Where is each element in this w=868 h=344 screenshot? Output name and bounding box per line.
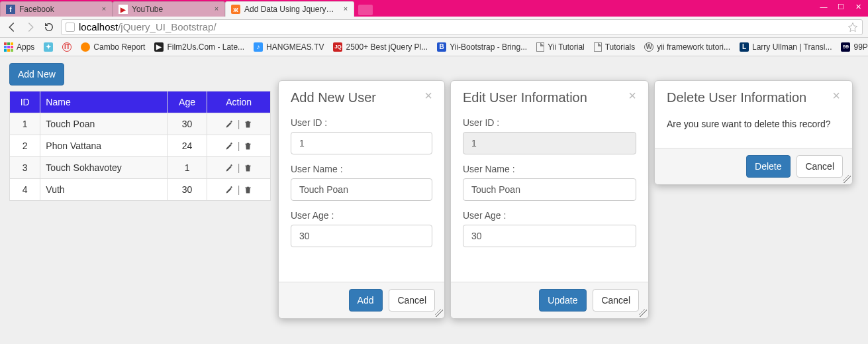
- apps-icon: [4, 42, 13, 52]
- resize-handle[interactable]: [435, 309, 443, 317]
- resize-handle[interactable]: [843, 175, 851, 183]
- cell-name: Touch Sokhavotey: [40, 157, 167, 179]
- bookmark-item[interactable]: BYii-Bootstrap - Bring...: [437, 42, 527, 52]
- cell-actions: |: [207, 179, 271, 201]
- action-separator: |: [238, 141, 240, 151]
- cell-age: 30: [167, 113, 207, 135]
- bookmark-label: Tutorials: [605, 42, 636, 52]
- add-button[interactable]: Add: [349, 289, 383, 312]
- delete-button[interactable]: Delete: [746, 155, 790, 178]
- browser-tab[interactable]: ▶ YouTube ×: [113, 1, 225, 17]
- cell-age: 1: [167, 157, 207, 179]
- bookmark-item[interactable]: Yii Tutorial: [536, 42, 585, 52]
- document-icon: [594, 42, 602, 52]
- site-icon: ✦: [44, 42, 53, 52]
- browser-tab-active[interactable]: ж Add Data Using Jquery UI ×: [225, 1, 354, 17]
- cell-id: 2: [10, 135, 40, 157]
- close-window-button[interactable]: ✕: [851, 1, 865, 12]
- user-age-input[interactable]: [463, 225, 636, 247]
- user-age-input[interactable]: [291, 225, 432, 247]
- col-age: Age: [167, 91, 207, 113]
- site-icon: [81, 42, 90, 52]
- delete-icon[interactable]: [244, 164, 252, 172]
- delete-confirm-text: Are you sure want to delete this record?: [667, 119, 840, 129]
- cell-id: 3: [10, 157, 40, 179]
- bookmark-label: Yii-Bootstrap - Bring...: [450, 42, 527, 52]
- bookmark-label: HANGMEAS.TV: [266, 42, 324, 52]
- site-icon: JQ: [333, 42, 342, 52]
- close-icon[interactable]: ×: [100, 5, 108, 13]
- delete-user-dialog: Delete User Information × Are you sure w…: [654, 80, 853, 185]
- bookmark-item[interactable]: LLarry Ullman | Transl...: [740, 42, 832, 52]
- apps-shortcut[interactable]: Apps: [4, 42, 34, 52]
- close-icon[interactable]: ×: [213, 5, 220, 13]
- action-separator: |: [238, 119, 240, 129]
- add-new-button[interactable]: Add New: [9, 63, 64, 86]
- bookmark-item[interactable]: 9999Po: [841, 42, 868, 52]
- action-separator: |: [238, 184, 240, 195]
- wordpress-icon: W: [644, 42, 653, 52]
- cancel-button[interactable]: Cancel: [389, 289, 435, 312]
- user-id-input[interactable]: [291, 132, 432, 154]
- address-bar[interactable]: localhost/jQuery_UI_Bootstrap/: [61, 19, 863, 35]
- browser-tab[interactable]: f Facebook ×: [0, 1, 113, 17]
- url-text: localhost/jQuery_UI_Bootstrap/: [79, 21, 217, 32]
- bookmark-item[interactable]: ▶Film2Us.Com - Late...: [154, 42, 244, 52]
- user-id-input[interactable]: [463, 132, 636, 154]
- minimize-button[interactable]: —: [816, 1, 831, 12]
- facebook-icon: f: [6, 5, 15, 14]
- maximize-button[interactable]: ☐: [834, 1, 848, 12]
- delete-icon[interactable]: [244, 186, 252, 194]
- site-icon: IT: [62, 42, 72, 52]
- bookmark-item[interactable]: IT: [62, 42, 72, 52]
- delete-icon[interactable]: [244, 120, 252, 129]
- close-icon[interactable]: ×: [342, 5, 350, 13]
- close-icon[interactable]: ×: [628, 90, 636, 101]
- bookmark-item[interactable]: Tutorials: [594, 42, 636, 52]
- bookmark-label: Apps: [17, 42, 34, 52]
- close-icon[interactable]: ×: [424, 90, 432, 101]
- update-button[interactable]: Update: [539, 289, 586, 312]
- bookmark-item[interactable]: Cambo Report: [81, 42, 145, 52]
- page-icon: [66, 23, 75, 32]
- bookmark-label: Yii Tutorial: [548, 42, 585, 52]
- users-table: ID Name Age Action 1Touch Poan30|2Phon V…: [9, 91, 271, 201]
- bookmark-item[interactable]: JQ2500+ Best jQuery Pl...: [333, 42, 428, 52]
- cell-id: 1: [10, 113, 40, 135]
- back-button[interactable]: [5, 21, 19, 34]
- bookmark-star-icon[interactable]: [847, 22, 858, 32]
- edit-icon[interactable]: [225, 142, 234, 150]
- bookmark-item[interactable]: ♪HANGMEAS.TV: [254, 42, 324, 52]
- col-name: Name: [40, 91, 167, 113]
- new-tab-button[interactable]: [358, 5, 373, 15]
- bookmark-item[interactable]: Wyii framework tutori...: [644, 42, 730, 52]
- label-user-name: User Name :: [291, 164, 432, 174]
- bookmark-item[interactable]: ✦: [44, 42, 53, 52]
- label-user-age: User Age :: [463, 210, 636, 221]
- edit-icon[interactable]: [225, 186, 234, 194]
- cell-age: 24: [167, 135, 207, 157]
- delete-icon[interactable]: [244, 142, 252, 150]
- bookmark-label: yii framework tutori...: [657, 42, 730, 52]
- resize-handle[interactable]: [639, 309, 647, 317]
- forward-button[interactable]: [24, 21, 37, 34]
- reload-button[interactable]: [42, 21, 56, 34]
- col-action: Action: [207, 91, 271, 113]
- user-name-input[interactable]: [463, 178, 636, 201]
- edit-icon[interactable]: [225, 120, 234, 129]
- cancel-button[interactable]: Cancel: [593, 289, 639, 312]
- user-name-input[interactable]: [291, 178, 432, 201]
- bookmark-label: 2500+ Best jQuery Pl...: [346, 42, 428, 52]
- label-user-age: User Age :: [291, 210, 432, 221]
- bookmark-label: Larry Ullman | Transl...: [752, 42, 832, 52]
- action-separator: |: [238, 162, 240, 173]
- dialog-title: Edit User Information: [463, 90, 628, 105]
- edit-icon[interactable]: [225, 164, 234, 172]
- cell-actions: |: [207, 157, 271, 179]
- tab-title: Add Data Using Jquery UI: [244, 5, 335, 14]
- youtube-icon: ▶: [119, 5, 128, 14]
- label-user-id: User ID :: [291, 117, 432, 128]
- close-icon[interactable]: ×: [832, 90, 840, 101]
- tab-title: Facebook: [19, 5, 93, 14]
- cancel-button[interactable]: Cancel: [796, 155, 843, 178]
